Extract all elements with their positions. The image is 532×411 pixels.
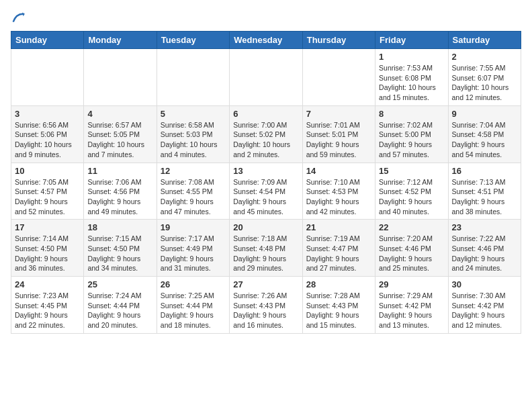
- day-number: 7: [306, 109, 371, 119]
- calendar-cell: 15Sunrise: 7:12 AM Sunset: 4:52 PM Dayli…: [375, 163, 448, 220]
- day-number: 8: [379, 109, 444, 119]
- day-number: 17: [15, 222, 80, 232]
- day-number: 3: [15, 109, 80, 119]
- day-number: 4: [87, 109, 152, 119]
- day-info: Sunrise: 7:24 AM Sunset: 4:44 PM Dayligh…: [87, 291, 152, 330]
- day-number: 29: [379, 279, 444, 289]
- calendar-cell: 8Sunrise: 7:02 AM Sunset: 5:00 PM Daylig…: [375, 105, 448, 163]
- day-info: Sunrise: 7:13 AM Sunset: 4:51 PM Dayligh…: [452, 177, 517, 217]
- day-info: Sunrise: 7:26 AM Sunset: 4:43 PM Dayligh…: [233, 291, 298, 330]
- day-number: 19: [161, 222, 226, 232]
- day-number: 1: [379, 52, 444, 62]
- calendar-cell: [157, 49, 229, 106]
- calendar-cell: 21Sunrise: 7:19 AM Sunset: 4:47 PM Dayli…: [302, 220, 375, 277]
- calendar-week-row: 24Sunrise: 7:23 AM Sunset: 4:45 PM Dayli…: [11, 277, 521, 334]
- day-info: Sunrise: 6:56 AM Sunset: 5:06 PM Dayligh…: [15, 120, 80, 160]
- day-number: 9: [452, 109, 517, 119]
- day-number: 11: [87, 166, 152, 176]
- calendar-cell: [84, 49, 157, 106]
- day-number: 5: [161, 109, 226, 119]
- calendar-cell: [302, 49, 375, 106]
- day-number: 26: [161, 279, 226, 289]
- day-info: Sunrise: 7:18 AM Sunset: 4:48 PM Dayligh…: [233, 234, 298, 273]
- page-header: [11, 11, 521, 24]
- day-number: 15: [379, 166, 444, 176]
- weekday-header: Tuesday: [157, 32, 229, 49]
- calendar-cell: 6Sunrise: 7:00 AM Sunset: 5:02 PM Daylig…: [230, 105, 302, 163]
- day-info: Sunrise: 7:02 AM Sunset: 5:00 PM Dayligh…: [379, 120, 444, 160]
- weekday-header: Wednesday: [230, 32, 302, 49]
- day-info: Sunrise: 7:08 AM Sunset: 4:55 PM Dayligh…: [161, 177, 226, 217]
- day-info: Sunrise: 7:05 AM Sunset: 4:57 PM Dayligh…: [15, 177, 80, 217]
- day-number: 23: [452, 222, 517, 232]
- day-number: 13: [233, 166, 298, 176]
- calendar-cell: 5Sunrise: 6:58 AM Sunset: 5:03 PM Daylig…: [157, 105, 229, 163]
- day-info: Sunrise: 7:12 AM Sunset: 4:52 PM Dayligh…: [379, 177, 444, 217]
- calendar-cell: 2Sunrise: 7:55 AM Sunset: 6:07 PM Daylig…: [448, 49, 521, 106]
- calendar-header-row: SundayMondayTuesdayWednesdayThursdayFrid…: [11, 32, 521, 49]
- day-info: Sunrise: 7:17 AM Sunset: 4:49 PM Dayligh…: [161, 234, 226, 273]
- day-info: Sunrise: 6:58 AM Sunset: 5:03 PM Dayligh…: [161, 120, 226, 160]
- calendar-cell: [11, 49, 84, 106]
- calendar-cell: 9Sunrise: 7:04 AM Sunset: 4:58 PM Daylig…: [448, 105, 521, 163]
- day-info: Sunrise: 6:57 AM Sunset: 5:05 PM Dayligh…: [87, 120, 152, 160]
- day-info: Sunrise: 7:53 AM Sunset: 6:08 PM Dayligh…: [379, 63, 444, 103]
- calendar-cell: 29Sunrise: 7:29 AM Sunset: 4:42 PM Dayli…: [375, 277, 448, 334]
- calendar-cell: 25Sunrise: 7:24 AM Sunset: 4:44 PM Dayli…: [84, 277, 157, 334]
- calendar-cell: 19Sunrise: 7:17 AM Sunset: 4:49 PM Dayli…: [157, 220, 229, 277]
- calendar-cell: 12Sunrise: 7:08 AM Sunset: 4:55 PM Dayli…: [157, 163, 229, 220]
- calendar-cell: 13Sunrise: 7:09 AM Sunset: 4:54 PM Dayli…: [230, 163, 302, 220]
- calendar-cell: 11Sunrise: 7:06 AM Sunset: 4:56 PM Dayli…: [84, 163, 157, 220]
- day-number: 30: [452, 279, 517, 289]
- day-info: Sunrise: 7:29 AM Sunset: 4:42 PM Dayligh…: [379, 291, 444, 330]
- day-number: 14: [306, 166, 371, 176]
- weekday-header: Thursday: [302, 32, 375, 49]
- calendar-week-row: 10Sunrise: 7:05 AM Sunset: 4:57 PM Dayli…: [11, 163, 521, 220]
- day-info: Sunrise: 7:30 AM Sunset: 4:42 PM Dayligh…: [452, 291, 517, 330]
- day-number: 22: [379, 222, 444, 232]
- day-number: 12: [161, 166, 226, 176]
- day-info: Sunrise: 7:19 AM Sunset: 4:47 PM Dayligh…: [306, 234, 371, 273]
- calendar-cell: 20Sunrise: 7:18 AM Sunset: 4:48 PM Dayli…: [230, 220, 302, 277]
- calendar-cell: 28Sunrise: 7:28 AM Sunset: 4:43 PM Dayli…: [302, 277, 375, 334]
- day-info: Sunrise: 7:01 AM Sunset: 5:01 PM Dayligh…: [306, 120, 371, 160]
- calendar-cell: [230, 49, 302, 106]
- weekday-header: Friday: [375, 32, 448, 49]
- day-number: 20: [233, 222, 298, 232]
- logo: [11, 11, 26, 24]
- day-info: Sunrise: 7:14 AM Sunset: 4:50 PM Dayligh…: [15, 234, 80, 273]
- day-info: Sunrise: 7:04 AM Sunset: 4:58 PM Dayligh…: [452, 120, 517, 160]
- day-info: Sunrise: 7:25 AM Sunset: 4:44 PM Dayligh…: [161, 291, 226, 330]
- calendar-week-row: 1Sunrise: 7:53 AM Sunset: 6:08 PM Daylig…: [11, 49, 521, 106]
- day-info: Sunrise: 7:23 AM Sunset: 4:45 PM Dayligh…: [15, 291, 80, 330]
- calendar-cell: 1Sunrise: 7:53 AM Sunset: 6:08 PM Daylig…: [375, 49, 448, 106]
- calendar-cell: 10Sunrise: 7:05 AM Sunset: 4:57 PM Dayli…: [11, 163, 84, 220]
- day-info: Sunrise: 7:15 AM Sunset: 4:50 PM Dayligh…: [87, 234, 152, 273]
- day-info: Sunrise: 7:28 AM Sunset: 4:43 PM Dayligh…: [306, 291, 371, 330]
- calendar-cell: 7Sunrise: 7:01 AM Sunset: 5:01 PM Daylig…: [302, 105, 375, 163]
- day-info: Sunrise: 7:55 AM Sunset: 6:07 PM Dayligh…: [452, 63, 517, 103]
- calendar-cell: 27Sunrise: 7:26 AM Sunset: 4:43 PM Dayli…: [230, 277, 302, 334]
- calendar-week-row: 17Sunrise: 7:14 AM Sunset: 4:50 PM Dayli…: [11, 220, 521, 277]
- day-info: Sunrise: 7:06 AM Sunset: 4:56 PM Dayligh…: [87, 177, 152, 217]
- calendar-cell: 23Sunrise: 7:22 AM Sunset: 4:46 PM Dayli…: [448, 220, 521, 277]
- day-number: 25: [87, 279, 152, 289]
- calendar-cell: 24Sunrise: 7:23 AM Sunset: 4:45 PM Dayli…: [11, 277, 84, 334]
- calendar-cell: 14Sunrise: 7:10 AM Sunset: 4:53 PM Dayli…: [302, 163, 375, 220]
- calendar-cell: 3Sunrise: 6:56 AM Sunset: 5:06 PM Daylig…: [11, 105, 84, 163]
- weekday-header: Monday: [84, 32, 157, 49]
- day-number: 28: [306, 279, 371, 289]
- weekday-header: Sunday: [11, 32, 84, 49]
- day-info: Sunrise: 7:09 AM Sunset: 4:54 PM Dayligh…: [233, 177, 298, 217]
- day-info: Sunrise: 7:10 AM Sunset: 4:53 PM Dayligh…: [306, 177, 371, 217]
- calendar-cell: 22Sunrise: 7:20 AM Sunset: 4:46 PM Dayli…: [375, 220, 448, 277]
- calendar-cell: 16Sunrise: 7:13 AM Sunset: 4:51 PM Dayli…: [448, 163, 521, 220]
- calendar-table: SundayMondayTuesdayWednesdayThursdayFrid…: [11, 31, 521, 334]
- day-number: 6: [233, 109, 298, 119]
- day-info: Sunrise: 7:22 AM Sunset: 4:46 PM Dayligh…: [452, 234, 517, 273]
- calendar-cell: 30Sunrise: 7:30 AM Sunset: 4:42 PM Dayli…: [448, 277, 521, 334]
- logo-icon: [12, 11, 26, 24]
- day-number: 2: [452, 52, 517, 62]
- calendar-cell: 18Sunrise: 7:15 AM Sunset: 4:50 PM Dayli…: [84, 220, 157, 277]
- weekday-header: Saturday: [448, 32, 521, 49]
